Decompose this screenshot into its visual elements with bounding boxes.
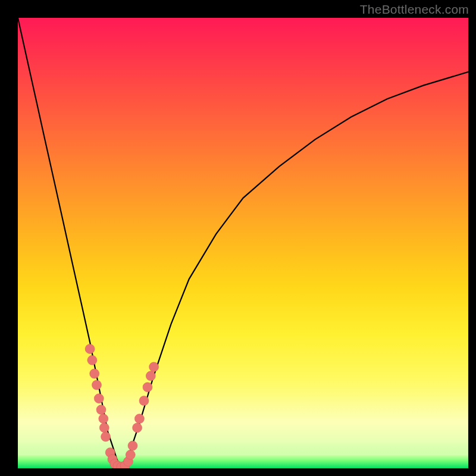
data-point <box>149 362 159 372</box>
data-points <box>85 344 159 468</box>
data-point <box>94 394 104 403</box>
left-curve <box>18 18 121 468</box>
data-point <box>146 371 155 381</box>
data-point <box>92 380 102 390</box>
watermark-text: TheBottleneck.com <box>360 2 469 17</box>
data-point <box>96 405 106 415</box>
data-point <box>143 383 152 392</box>
data-point <box>126 450 135 459</box>
data-point <box>101 432 111 441</box>
chart-frame: TheBottleneck.com <box>0 0 476 476</box>
data-point <box>133 423 142 433</box>
data-point <box>85 344 95 353</box>
curves-layer <box>18 18 468 468</box>
data-point <box>99 423 109 433</box>
data-point <box>128 441 137 450</box>
data-point <box>90 369 99 378</box>
right-curve <box>121 72 468 468</box>
data-point <box>134 414 144 424</box>
data-point <box>99 414 108 424</box>
data-point <box>87 355 97 365</box>
data-point <box>139 396 149 406</box>
plot-area <box>18 18 468 468</box>
